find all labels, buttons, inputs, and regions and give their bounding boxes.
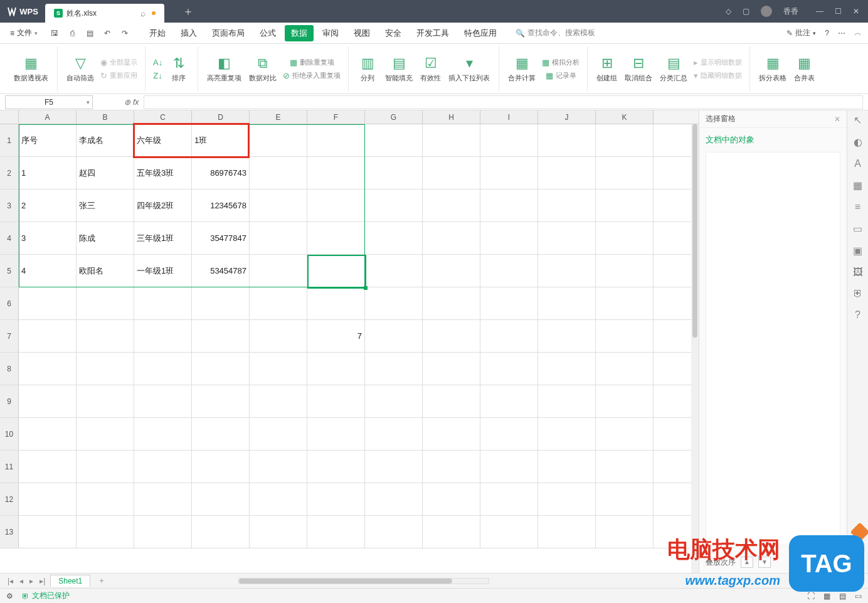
cell[interactable] (365, 222, 423, 254)
row-header[interactable]: 3 (0, 189, 19, 221)
cell[interactable] (480, 483, 538, 515)
cell[interactable] (250, 320, 307, 352)
cell[interactable] (77, 287, 134, 319)
cell[interactable]: 1 (19, 157, 77, 189)
cell[interactable] (538, 287, 596, 319)
cell[interactable]: 86976743 (192, 157, 250, 189)
cell[interactable] (192, 418, 250, 450)
horizontal-scrollbar[interactable] (238, 578, 489, 584)
sort-button[interactable]: ⇅排序 (165, 53, 193, 84)
cell[interactable] (538, 189, 596, 221)
first-sheet-button[interactable]: |◂ (6, 577, 14, 585)
cell[interactable] (365, 320, 423, 352)
cell[interactable] (192, 287, 250, 319)
tab-page-layout[interactable]: 页面布局 (206, 25, 251, 41)
close-button[interactable]: ✕ (853, 7, 859, 16)
table-row[interactable]: 10 (0, 418, 699, 451)
close-pane-icon[interactable]: ✕ (834, 115, 840, 124)
row-header[interactable]: 2 (0, 157, 19, 189)
save-icon[interactable]: 🖫 (49, 29, 60, 38)
cell[interactable] (307, 287, 365, 319)
gift-icon[interactable]: ▢ (743, 7, 749, 16)
fx-label[interactable]: ⊚ fx (124, 98, 139, 107)
autofilter-button[interactable]: ▽自动筛选 (63, 53, 98, 84)
cell[interactable] (480, 451, 538, 483)
cell[interactable] (480, 418, 538, 450)
cell[interactable] (250, 418, 307, 450)
cell[interactable]: 3 (19, 222, 77, 254)
cell[interactable] (192, 451, 250, 483)
cell[interactable] (480, 255, 538, 287)
cell[interactable] (423, 255, 480, 287)
cell[interactable] (538, 516, 596, 548)
cell[interactable]: 序号 (19, 124, 77, 156)
cell[interactable] (423, 353, 480, 385)
cell[interactable] (596, 287, 654, 319)
cell[interactable] (538, 157, 596, 189)
table-row[interactable]: 11 (0, 451, 699, 483)
cell[interactable] (365, 189, 423, 221)
cell[interactable] (538, 124, 596, 156)
cell[interactable] (250, 222, 307, 254)
move-up-button[interactable]: ▲ (741, 557, 753, 568)
tab-dev-tools[interactable]: 开发工具 (410, 25, 455, 41)
cell[interactable] (134, 353, 192, 385)
tab-formula[interactable]: 公式 (253, 25, 282, 41)
col-header[interactable]: B (77, 110, 134, 124)
avatar[interactable] (761, 6, 772, 17)
next-sheet-button[interactable]: ▸ (28, 577, 34, 585)
cell[interactable]: 五年级3班 (134, 157, 192, 189)
row-header[interactable]: 8 (0, 353, 19, 385)
cell[interactable] (192, 516, 250, 548)
table-icon[interactable]: ▦ (853, 179, 862, 191)
cell[interactable] (538, 353, 596, 385)
table-row[interactable]: 43陈成三年级1班35477847 (0, 222, 699, 255)
cell[interactable] (538, 320, 596, 352)
cell[interactable]: 六年级 (134, 124, 192, 156)
fullscreen-icon[interactable]: ⛶ (807, 592, 815, 600)
remove-dup-button[interactable]: ▦删除重复项 (280, 56, 343, 68)
image-icon[interactable]: 🖼 (853, 267, 863, 278)
show-all-button[interactable]: ◉全部显示 (98, 56, 140, 68)
row-header[interactable]: 10 (0, 418, 19, 450)
col-header[interactable]: G (365, 110, 423, 124)
screenshot-icon[interactable]: ▣ (853, 245, 862, 257)
cell[interactable] (19, 353, 77, 385)
document-tab[interactable]: S 姓名.xlsx ⌕ (45, 4, 164, 23)
data-compare-button[interactable]: ⧉数据对比 (245, 53, 280, 84)
sheet-tab[interactable]: Sheet1 (50, 575, 90, 587)
cell[interactable] (480, 320, 538, 352)
cell[interactable] (480, 353, 538, 385)
add-sheet-button[interactable]: ＋ (94, 575, 109, 586)
col-header[interactable]: E (250, 110, 307, 124)
col-header[interactable]: K (596, 110, 654, 124)
cell[interactable] (596, 124, 654, 156)
cell[interactable] (365, 483, 423, 515)
table-row[interactable]: 32张三四年级2班12345678 (0, 189, 699, 222)
col-header[interactable]: J (538, 110, 596, 124)
shield-icon[interactable]: ⛨ (853, 288, 863, 299)
cell[interactable]: 张三 (77, 189, 134, 221)
cell[interactable] (134, 516, 192, 548)
cell[interactable] (596, 189, 654, 221)
minimize-button[interactable]: — (816, 7, 823, 16)
table-row[interactable]: 9 (0, 385, 699, 418)
cell[interactable] (365, 287, 423, 319)
cell[interactable] (423, 385, 480, 417)
preview-icon[interactable]: ▤ (84, 29, 95, 38)
cell[interactable] (365, 451, 423, 483)
cell[interactable] (365, 124, 423, 156)
row-header[interactable]: 12 (0, 483, 19, 515)
cell[interactable] (596, 157, 654, 189)
cell[interactable] (77, 483, 134, 515)
last-sheet-button[interactable]: ▸| (38, 577, 46, 585)
help-icon[interactable]: ? (825, 29, 829, 38)
cell[interactable] (365, 157, 423, 189)
cell[interactable] (423, 222, 480, 254)
cell[interactable] (77, 451, 134, 483)
cell[interactable] (596, 353, 654, 385)
row-header[interactable]: 6 (0, 287, 19, 319)
cell[interactable] (423, 451, 480, 483)
cell[interactable] (250, 451, 307, 483)
cell[interactable] (307, 222, 365, 254)
